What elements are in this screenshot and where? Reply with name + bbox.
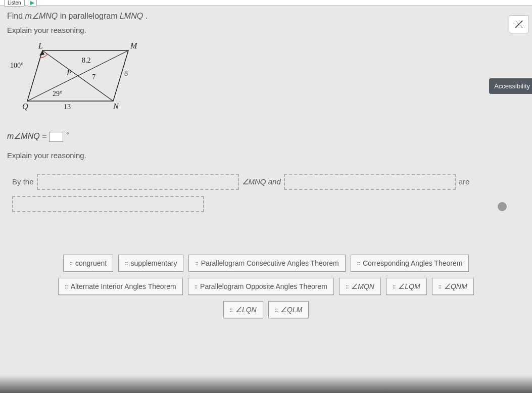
tile-alternate-interior[interactable]: ::Alternate Interior Angles Theorem — [58, 278, 182, 295]
point-p: P — [67, 68, 72, 77]
tile-label: Alternate Interior Angles Theorem — [71, 282, 176, 290]
angle-exterior-l: 100° — [10, 62, 24, 70]
degree-symbol: ° — [66, 131, 69, 138]
bottom-shadow — [0, 375, 532, 393]
find-prefix: Find — [7, 12, 25, 20]
dropzone-relation[interactable] — [12, 196, 204, 212]
tile-parallelogram-consecutive[interactable]: ::Parallelogram Consecutive Angles Theor… — [188, 255, 345, 272]
length-lm-diag: 8.2 — [82, 57, 91, 65]
explain-label-2: Explain your reasoning. — [7, 151, 525, 160]
are-text: are — [459, 177, 470, 186]
answer-tiles: ::congruent ::supplementary ::Parallelog… — [7, 255, 525, 318]
angle-mnq-text: ∠MNQ and — [242, 177, 281, 186]
status-dot — [498, 202, 507, 211]
tile-angle-mqn[interactable]: ::∠MQN — [339, 278, 381, 295]
reasoning-area: By the ∠MNQ and are — [7, 167, 525, 229]
svg-line-5 — [27, 51, 128, 101]
answer-line: m∠MNQ = ° — [7, 131, 525, 142]
grip-icon: :: — [230, 307, 232, 313]
angle-nqm: 29° — [53, 90, 63, 98]
tile-label: Corresponding Angles Theorem — [363, 259, 462, 267]
play-button[interactable] — [28, 0, 37, 7]
tile-label: congruent — [75, 259, 107, 267]
tile-label: ∠LQN — [235, 306, 257, 314]
grip-icon: :: — [346, 283, 348, 289]
question-prompt: Find m∠MNQ in parallelogram LMNQ . — [7, 11, 525, 21]
parallelogram-diagram: L M N Q P 8.2 7 8 13 29° 100° — [7, 40, 149, 116]
listen-button[interactable]: Listen — [4, 0, 25, 7]
pencil-strike-icon — [514, 20, 523, 29]
by-the-text: By the — [12, 177, 34, 186]
tile-parallelogram-opposite[interactable]: ::Parallelogram Opposite Angles Theorem — [188, 278, 334, 295]
svg-marker-0 — [30, 1, 34, 5]
vertex-m: M — [130, 41, 137, 51]
explain-prompt: Explain your reasoning. — [7, 26, 525, 34]
tile-label: ∠QNM — [444, 282, 467, 290]
answer-input[interactable] — [49, 132, 63, 142]
shape-name: LMNQ — [120, 12, 143, 20]
question-content: Find m∠MNQ in parallelogram LMNQ . Expla… — [0, 6, 532, 318]
tile-label: supplementary — [131, 259, 177, 267]
measure-variable: m∠MNQ — [25, 12, 58, 20]
tile-angle-qnm[interactable]: ::∠QNM — [432, 278, 474, 295]
grip-icon: :: — [125, 260, 127, 266]
tile-congruent[interactable]: ::congruent — [63, 255, 114, 272]
find-mid: in parallelogram — [58, 12, 120, 20]
top-toolbar: Listen — [0, 0, 532, 6]
tile-label: Parallelogram Consecutive Angles Theorem — [201, 259, 339, 267]
dropzone-theorem[interactable] — [37, 174, 239, 190]
tile-label: ∠MQN — [351, 282, 374, 290]
length-pn: 7 — [92, 73, 95, 81]
tile-label: ∠LQM — [398, 282, 420, 290]
play-icon — [30, 1, 34, 5]
vertex-l: L — [38, 41, 43, 51]
vertex-n: N — [113, 102, 119, 111]
grip-icon: :: — [195, 260, 198, 266]
tile-angle-lqm[interactable]: ::∠LQM — [386, 278, 427, 295]
length-mn: 8 — [124, 70, 128, 78]
vertex-q: Q — [22, 102, 28, 111]
tile-angle-qlm[interactable]: ::∠QLM — [268, 301, 309, 318]
diagram-svg — [7, 40, 149, 116]
period: . — [143, 12, 148, 20]
accessibility-tab[interactable]: Accessibility — [489, 78, 532, 94]
answer-lhs: m∠MNQ = — [7, 132, 46, 140]
tool-button[interactable] — [509, 15, 529, 33]
grip-icon: :: — [275, 307, 277, 313]
tile-supplementary[interactable]: ::supplementary — [118, 255, 183, 272]
grip-icon: :: — [70, 260, 72, 266]
grip-icon: :: — [393, 283, 395, 289]
grip-icon: :: — [357, 260, 360, 266]
grip-icon: :: — [439, 283, 441, 289]
length-qn: 13 — [64, 103, 71, 111]
grip-icon: :: — [65, 283, 67, 289]
tile-label: Parallelogram Opposite Angles Theorem — [200, 282, 327, 290]
tile-angle-lqn[interactable]: ::∠LQN — [223, 301, 263, 318]
tile-corresponding-angles[interactable]: ::Corresponding Angles Theorem — [351, 255, 469, 272]
dropzone-angle[interactable] — [284, 174, 456, 190]
tile-label: ∠QLM — [280, 306, 302, 314]
grip-icon: :: — [195, 283, 197, 289]
